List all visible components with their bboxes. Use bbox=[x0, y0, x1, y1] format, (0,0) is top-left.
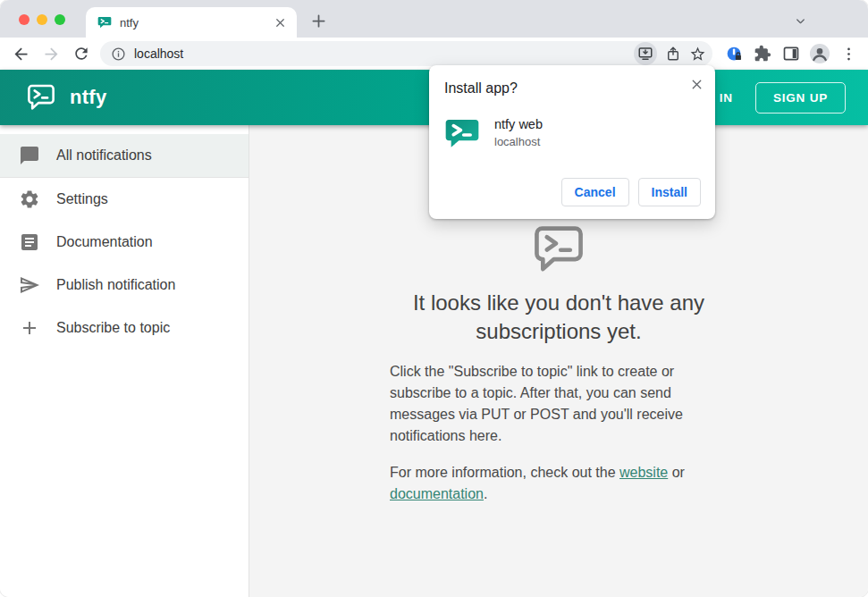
sidebar-item-label: Subscribe to topic bbox=[56, 320, 170, 336]
plus-icon bbox=[19, 317, 40, 339]
bookmark-star-icon[interactable] bbox=[689, 46, 706, 63]
toolbar-right-cluster bbox=[720, 40, 863, 67]
gear-icon bbox=[19, 189, 40, 210]
sidebar-item-settings[interactable]: Settings bbox=[0, 178, 249, 221]
sign-up-button[interactable]: SIGN UP bbox=[755, 82, 846, 114]
back-button[interactable] bbox=[5, 40, 36, 67]
sidebar-item-label: Publish notification bbox=[56, 277, 175, 293]
brand-name: ntfy bbox=[70, 86, 107, 109]
traffic-lights bbox=[19, 14, 65, 25]
dialog-app-name: ntfy web bbox=[494, 115, 543, 131]
side-panel-icon[interactable] bbox=[777, 40, 805, 67]
site-info-icon[interactable] bbox=[111, 46, 126, 62]
sidebar: All notifications Settings Documentation bbox=[0, 125, 249, 597]
install-app-icon[interactable] bbox=[634, 42, 657, 65]
reload-button[interactable] bbox=[66, 40, 97, 67]
dialog-app-row: ntfy web localhost bbox=[444, 115, 701, 151]
new-tab-button[interactable] bbox=[308, 10, 329, 31]
omnibox-actions bbox=[634, 42, 706, 65]
documentation-link[interactable]: documentation bbox=[390, 486, 484, 501]
browser-menu-icon[interactable] bbox=[834, 40, 863, 67]
sidebar-item-all-notifications[interactable]: All notifications bbox=[0, 134, 249, 177]
chat-bubble-icon bbox=[19, 145, 40, 166]
forward-button[interactable] bbox=[36, 40, 66, 67]
sidebar-item-subscribe-to-topic[interactable]: Subscribe to topic bbox=[0, 307, 249, 349]
ntfy-terminal-icon bbox=[532, 225, 586, 273]
sidebar-item-label: All notifications bbox=[56, 147, 152, 164]
more-info-suffix: . bbox=[484, 486, 487, 501]
article-icon bbox=[19, 231, 40, 253]
dialog-app-origin: localhost bbox=[494, 135, 543, 148]
privacy-extension-icon[interactable] bbox=[720, 40, 748, 67]
extensions-puzzle-icon[interactable] bbox=[748, 40, 777, 67]
profile-avatar[interactable] bbox=[805, 40, 834, 67]
sidebar-item-publish-notification[interactable]: Publish notification bbox=[0, 264, 249, 307]
sidebar-item-label: Settings bbox=[56, 191, 108, 207]
share-icon[interactable] bbox=[665, 46, 681, 62]
sidebar-item-documentation[interactable]: Documentation bbox=[0, 221, 249, 264]
empty-state-title: It looks like you don't have any subscri… bbox=[390, 289, 728, 346]
ntfy-app-icon bbox=[444, 115, 480, 151]
more-info-prefix: For more information, check out the bbox=[390, 465, 619, 480]
dialog-close-icon[interactable] bbox=[687, 74, 706, 94]
browser-tab[interactable]: ntfy bbox=[86, 7, 297, 38]
close-window-button[interactable] bbox=[19, 14, 29, 25]
tab-close-icon[interactable] bbox=[272, 14, 288, 30]
sidebar-item-label: Documentation bbox=[56, 234, 153, 250]
cancel-button[interactable]: Cancel bbox=[561, 178, 629, 206]
dialog-actions: Cancel Install bbox=[561, 178, 701, 206]
send-icon bbox=[19, 274, 40, 296]
more-info-separator: or bbox=[668, 465, 685, 480]
tab-title: ntfy bbox=[120, 16, 272, 29]
tab-search-chevron-icon[interactable] bbox=[792, 13, 808, 29]
website-link[interactable]: website bbox=[619, 465, 668, 480]
tab-strip: ntfy bbox=[0, 0, 868, 38]
maximize-window-button[interactable] bbox=[55, 14, 65, 25]
empty-state-paragraph: Click the "Subscribe to topic" link to c… bbox=[390, 361, 728, 447]
url-text[interactable]: localhost bbox=[134, 46, 634, 61]
ntfy-favicon-icon bbox=[97, 15, 112, 29]
address-bar[interactable]: localhost bbox=[100, 41, 712, 66]
ntfy-logo-icon bbox=[26, 84, 56, 111]
browser-window: ntfy bbox=[0, 0, 868, 597]
dialog-title: Install app? bbox=[444, 80, 701, 97]
minimize-window-button[interactable] bbox=[37, 14, 47, 25]
empty-state-more-info: For more information, check out the webs… bbox=[390, 462, 728, 505]
install-button[interactable]: Install bbox=[638, 178, 701, 206]
install-app-dialog: Install app? ntfy web local bbox=[429, 65, 715, 219]
